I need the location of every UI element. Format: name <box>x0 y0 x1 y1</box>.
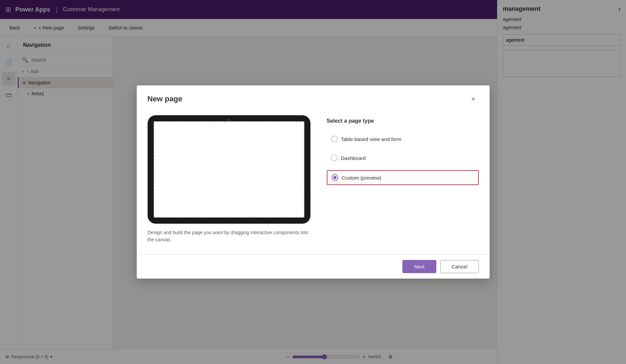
modal-title: New page <box>148 95 183 103</box>
modal-preview-section: Design and build the page you want by dr… <box>148 115 310 243</box>
cancel-button[interactable]: Cancel <box>440 260 479 273</box>
option-dashboard[interactable]: Dashboard <box>327 151 479 165</box>
radio-dashboard[interactable] <box>331 155 338 161</box>
radio-custom[interactable] <box>331 174 338 181</box>
modal-footer: Next Cancel <box>137 254 490 279</box>
camera-dot <box>228 119 230 121</box>
radio-table[interactable] <box>331 136 338 142</box>
tablet-screen <box>154 121 304 218</box>
option-dashboard-label: Dashboard <box>341 155 366 161</box>
option-custom[interactable]: Custom (preview) <box>327 170 479 185</box>
next-button[interactable]: Next <box>402 260 436 273</box>
modal-options-section: Select a page type Table based view and … <box>327 115 479 243</box>
option-table[interactable]: Table based view and form <box>327 132 479 146</box>
option-custom-label: Custom (preview) <box>342 175 382 181</box>
tablet-preview <box>148 115 310 224</box>
modal-body: Design and build the page you want by dr… <box>137 110 490 254</box>
close-button[interactable]: × <box>468 94 479 104</box>
new-page-modal: New page × Design and build the page you… <box>137 85 490 279</box>
modal-overlay: New page × Design and build the page you… <box>0 0 626 364</box>
radio-dot <box>333 176 337 179</box>
modal-header: New page × <box>137 85 490 110</box>
page-type-title: Select a page type <box>327 118 479 124</box>
option-table-label: Table based view and form <box>341 136 401 142</box>
modal-description: Design and build the page you want by dr… <box>148 229 310 243</box>
